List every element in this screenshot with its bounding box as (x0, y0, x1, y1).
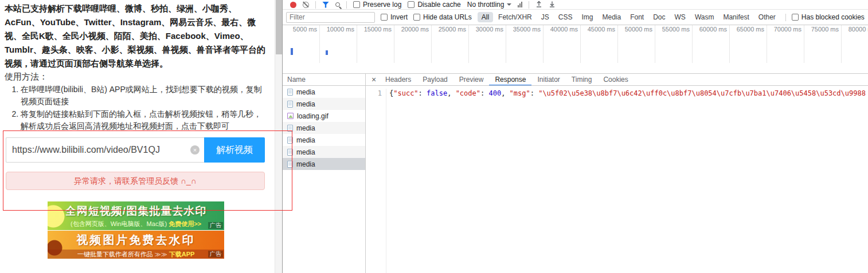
timeline-label: 15000 ms (357, 25, 394, 34)
json-token: "msg" (510, 89, 530, 97)
preserve-log-checkbox[interactable] (353, 1, 360, 8)
parser-webpage: 本站已支持解析下载哔哩哔哩、微博、秒拍、绿洲、小咖秀、AcFun、YouTube… (0, 0, 274, 273)
tab-payload[interactable]: Payload (417, 74, 453, 86)
chevron-down-icon (507, 3, 511, 6)
network-conditions-icon[interactable] (518, 2, 522, 7)
usage-step: 将复制的链接粘贴到下面的输入框，点击解析视频按钮，稍等几秒，解析成功后会返回高清… (21, 108, 265, 132)
media-file-icon (287, 161, 293, 168)
download-app-link[interactable]: 下载APP (169, 251, 195, 258)
filter-type-all[interactable]: All (478, 12, 493, 22)
tab-timing[interactable]: Timing (566, 74, 598, 86)
scrollbar-thumb[interactable] (276, 0, 282, 54)
parse-row: × 解析视频 (6, 137, 265, 163)
filter-type-img[interactable]: Img (577, 12, 597, 22)
json-token: "code" (456, 89, 480, 97)
filter-type-media[interactable]: Media (598, 12, 625, 22)
throttling-value: No throttling (467, 1, 505, 9)
name-column-header[interactable]: Name (283, 74, 365, 86)
usage-step: 在哔哩哔哩(bilibili、B站) APP或网站上，找到想要下载的视频，复制视… (21, 84, 265, 108)
invert-checkbox[interactable] (381, 14, 388, 21)
search-icon[interactable] (335, 2, 340, 7)
json-token: false (427, 89, 447, 97)
timeline-ruler: 5000 ms10000 ms15000 ms20000 ms25000 ms3… (283, 25, 868, 34)
filter-type-other[interactable]: Other (754, 12, 780, 22)
request-row[interactable]: media (283, 122, 365, 134)
video-url-input[interactable] (6, 137, 204, 163)
ad-banner-batch-watermark[interactable]: 全网短视频/图集批量去水印 (包含网页版、Win电脑版、Mac版) 免费使用>>… (48, 201, 224, 230)
page-scrollbar[interactable] (275, 0, 282, 273)
timeline-label: 50000 ms (618, 25, 655, 34)
export-har-icon[interactable] (549, 1, 556, 9)
disable-cache-label: Disable cache (417, 1, 460, 9)
filter-type-css[interactable]: CSS (554, 12, 577, 22)
error-alert: 异常请求，请联系管理员反馈 ∩_∩ (6, 172, 265, 190)
timeline-label: 75000 ms (804, 25, 842, 34)
has-blocked-cookies-checkbox[interactable] (792, 14, 799, 21)
json-token: : (419, 89, 427, 97)
request-row[interactable]: media (283, 158, 365, 170)
json-token: : (480, 89, 488, 97)
ad-headline: 全网短视频/图集批量去水印 (48, 204, 224, 219)
invert-label: Invert (390, 13, 408, 21)
timeline-label: 10000 ms (320, 25, 357, 34)
tab-response[interactable]: Response (489, 74, 531, 86)
tab-cookies[interactable]: Cookies (597, 74, 634, 86)
json-token: , (501, 89, 509, 97)
request-row[interactable]: media (283, 86, 365, 98)
filter-type-fetch-xhr[interactable]: Fetch/XHR (494, 12, 536, 22)
request-row[interactable]: media (283, 134, 365, 146)
filter-toggle-icon[interactable] (322, 2, 329, 8)
ad-subline-highlight: 免费使用>> (169, 220, 201, 227)
filter-type-font[interactable]: Font (626, 12, 648, 22)
preserve-log-group: Preserve log (353, 1, 401, 9)
overview-request-mark (291, 48, 293, 55)
import-har-icon[interactable] (535, 1, 542, 9)
line-number-gutter: 1 (366, 89, 386, 273)
clear-network-log-icon[interactable] (303, 2, 309, 8)
timeline-label: 70000 ms (767, 25, 804, 34)
timeline-label: 80000 ms (842, 25, 868, 34)
json-token: : (530, 89, 538, 97)
request-name: media (296, 100, 315, 108)
clear-input-icon[interactable]: × (190, 145, 200, 155)
ad-banner-free-watermark[interactable]: 视频图片免费去水印 一键批量下载作者所有作品 ≫≫ 下载APP 广告 (48, 231, 224, 259)
timeline-label: 20000 ms (394, 25, 432, 34)
resource-type-filters: AllFetch/XHRJSCSSImgMediaFontDocWSWasmMa… (478, 12, 780, 22)
media-file-icon (287, 89, 293, 96)
tab-headers[interactable]: Headers (380, 74, 417, 86)
usage-title: 使用方法： (5, 70, 48, 84)
request-name: media (296, 88, 315, 96)
devtools-network-panel: Preserve log Disable cache No throttling… (282, 0, 868, 273)
tab-preview[interactable]: Preview (453, 74, 490, 86)
request-row[interactable]: media (283, 98, 365, 110)
filter-type-wasm[interactable]: Wasm (691, 12, 718, 22)
timeline-label: 5000 ms (283, 25, 320, 34)
disable-cache-checkbox[interactable] (408, 1, 415, 8)
timeline-label: 55000 ms (655, 25, 693, 34)
throttling-select[interactable]: No throttling (467, 1, 512, 9)
request-row[interactable]: loading.gif (283, 110, 365, 122)
close-icon[interactable]: × (368, 74, 380, 85)
request-row[interactable]: media (283, 146, 365, 158)
request-name: media (296, 160, 315, 168)
ad-tag: 广告 (208, 222, 223, 229)
parse-video-button[interactable]: 解析视频 (204, 137, 265, 163)
detail-tabbar: × HeadersPayloadPreviewResponseInitiator… (366, 74, 868, 86)
overview-request-mark (326, 50, 328, 55)
tab-initiator[interactable]: Initiator (531, 74, 565, 86)
filter-input[interactable] (286, 12, 375, 23)
filter-type-doc[interactable]: Doc (649, 12, 669, 22)
ad-tag: 广告 (208, 251, 223, 258)
ad-subline: (包含网页版、Win电脑版、Mac版) 免费使用>> (48, 220, 224, 228)
filter-type-ws[interactable]: WS (671, 12, 690, 22)
record-button[interactable] (290, 2, 296, 8)
invert-group: Invert (381, 13, 408, 21)
filter-type-manifest[interactable]: Manifest (719, 12, 753, 22)
hide-data-urls-checkbox[interactable] (413, 14, 420, 21)
timeline-label: 60000 ms (693, 25, 730, 34)
request-name: media (296, 124, 315, 132)
request-name: loading.gif (297, 112, 329, 120)
filter-type-js[interactable]: JS (537, 12, 553, 22)
json-token: 400 (488, 89, 501, 97)
network-overview[interactable]: 5000 ms10000 ms15000 ms20000 ms25000 ms3… (283, 25, 868, 74)
